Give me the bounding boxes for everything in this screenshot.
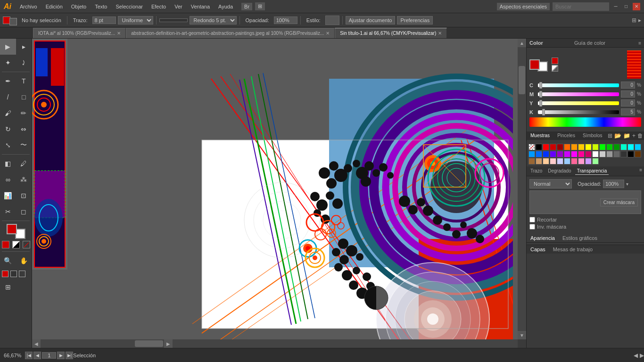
- warp-tool[interactable]: 〜: [16, 137, 32, 153]
- swatch-28[interactable]: [627, 151, 634, 157]
- swatch-12[interactable]: [627, 144, 634, 150]
- swatch-23[interactable]: [592, 151, 599, 157]
- page-number-input[interactable]: [42, 352, 56, 359]
- transparencia-tab[interactable]: Transparencia: [575, 167, 609, 175]
- swatch-16[interactable]: [543, 151, 549, 157]
- hand-tool[interactable]: ✋: [16, 253, 32, 269]
- menu-texto[interactable]: Texto: [91, 2, 111, 11]
- swatch-25[interactable]: [606, 151, 613, 157]
- menu-objeto[interactable]: Objeto: [67, 2, 90, 11]
- sub-panel-options[interactable]: ≡: [639, 167, 642, 175]
- type-tool[interactable]: T: [16, 73, 32, 89]
- maximize-button[interactable]: □: [622, 3, 630, 10]
- symbol-tool[interactable]: ⁂: [16, 172, 32, 188]
- create-mask-button[interactable]: Crear máscara: [600, 198, 638, 206]
- gradient-mode-icon[interactable]: [12, 241, 20, 248]
- swatch-32[interactable]: [543, 158, 549, 165]
- swatch-13[interactable]: [635, 144, 641, 150]
- swatch-9[interactable]: [606, 144, 613, 150]
- trazo-tab[interactable]: Trazo: [528, 167, 544, 175]
- color-mode-icon[interactable]: [2, 241, 9, 248]
- swatches-list-icon[interactable]: ⊞: [608, 132, 612, 139]
- scroll-up-arrow[interactable]: ▲: [518, 39, 526, 47]
- swatches-folder-icon[interactable]: 📁: [623, 132, 630, 139]
- tab-1-close[interactable]: ✕: [326, 31, 330, 36]
- last-page-button[interactable]: ▶|: [66, 352, 73, 359]
- apariencia-tab[interactable]: Apariencia: [527, 234, 559, 242]
- swatch-4[interactable]: [571, 144, 578, 150]
- swatch-34[interactable]: [557, 158, 563, 165]
- swatch-39[interactable]: [592, 158, 599, 165]
- channel-y-slider[interactable]: [538, 101, 619, 105]
- menu-archivo[interactable]: Archivo: [16, 2, 41, 11]
- view-switcher[interactable]: ⊞: [255, 2, 265, 10]
- capas-tab[interactable]: Capas: [527, 245, 549, 254]
- collapse-icon[interactable]: ▸: [638, 17, 641, 24]
- transparency-options-icon[interactable]: ▾: [626, 181, 628, 187]
- blend-tool[interactable]: ∞: [0, 172, 16, 188]
- vertical-scroll-thumb[interactable]: [519, 66, 525, 94]
- swatch-20[interactable]: [571, 151, 578, 157]
- canvas-area[interactable]: ▲ ▼ ◀ ▶: [32, 39, 526, 348]
- stroke-value-input[interactable]: [92, 16, 116, 24]
- swatch-29[interactable]: [635, 151, 641, 157]
- horizontal-scrollbar[interactable]: ◀ ▶: [32, 339, 518, 348]
- pencil-tool[interactable]: ✏: [16, 105, 32, 121]
- swatches-new-icon[interactable]: +: [632, 132, 636, 139]
- eraser-tool[interactable]: ◻: [16, 204, 32, 220]
- zoom-tool[interactable]: 🔍: [0, 253, 16, 269]
- endpoint-select[interactable]: Redondo 5 pt.: [190, 16, 237, 25]
- clip-checkbox[interactable]: [529, 217, 535, 222]
- horizontal-scroll-thumb[interactable]: [135, 340, 163, 347]
- minimize-button[interactable]: ─: [612, 3, 619, 10]
- menu-efecto[interactable]: Efecto: [148, 2, 170, 11]
- swatches-delete-icon[interactable]: 🗑: [637, 132, 643, 139]
- guide-color-label[interactable]: Guía de color: [574, 40, 605, 46]
- shape-tool[interactable]: □: [16, 89, 32, 105]
- stroke-color-indicator[interactable]: [9, 18, 17, 25]
- gradient-tool[interactable]: ◧: [0, 156, 16, 172]
- column-graph-tool[interactable]: 📊: [0, 188, 16, 204]
- menu-edicion[interactable]: Edición: [42, 2, 66, 11]
- swatch-22[interactable]: [585, 151, 592, 157]
- swatch-10[interactable]: [613, 144, 620, 150]
- swatch-37[interactable]: [578, 158, 585, 165]
- swatch-7[interactable]: [592, 144, 599, 150]
- scroll-left-arrow[interactable]: ◀: [32, 339, 41, 348]
- magic-wand-tool[interactable]: ✦: [0, 55, 16, 71]
- swatch-1[interactable]: [550, 144, 556, 150]
- reflect-tool[interactable]: ⇔: [16, 121, 32, 137]
- screen-mode-btn[interactable]: ⊞: [0, 279, 16, 295]
- swatch-18[interactable]: [557, 151, 563, 157]
- paintbrush-tool[interactable]: 🖌: [0, 105, 16, 121]
- swatch-2[interactable]: [557, 144, 563, 150]
- swatch-36[interactable]: [571, 158, 578, 165]
- artboard-tool[interactable]: ⊡: [16, 188, 32, 204]
- line-tool[interactable]: /: [0, 89, 16, 105]
- scroll-down-arrow[interactable]: ▼: [518, 331, 526, 339]
- preferences-button[interactable]: Preferencias: [397, 16, 433, 25]
- swatch-8[interactable]: [599, 144, 606, 150]
- swatch-38[interactable]: [585, 158, 592, 165]
- black-swatch[interactable]: [536, 144, 542, 150]
- no-fill-mode[interactable]: [19, 271, 25, 277]
- none-mode-icon[interactable]: [23, 241, 30, 248]
- symbols-tab[interactable]: Símbolos: [579, 132, 606, 140]
- select-tool[interactable]: ▶: [0, 39, 16, 55]
- swatch-6[interactable]: [585, 144, 592, 150]
- panel-options-icon[interactable]: ≡: [638, 41, 641, 46]
- first-page-button[interactable]: |◀: [25, 352, 33, 359]
- scale-tool[interactable]: ⤡: [0, 137, 16, 153]
- channel-m-thumb[interactable]: [539, 91, 542, 98]
- channel-k-thumb[interactable]: [542, 109, 545, 115]
- arrange-icon[interactable]: ⊞: [632, 17, 636, 24]
- gradient-color-icon[interactable]: [552, 65, 558, 72]
- channel-y-input[interactable]: [621, 99, 635, 107]
- menu-ventana[interactable]: Ventana: [187, 2, 214, 11]
- tab-0[interactable]: IOTA.ai* al 100% (RGB/Previsualiz... ✕: [33, 28, 126, 38]
- eyedropper-tool[interactable]: 🖊: [16, 156, 32, 172]
- pen-tool[interactable]: ✒: [0, 73, 16, 89]
- channel-m-input[interactable]: [621, 90, 635, 98]
- tab-1[interactable]: abstraction-definition-in-art-geometric-…: [126, 28, 335, 38]
- swatch-5[interactable]: [578, 144, 585, 150]
